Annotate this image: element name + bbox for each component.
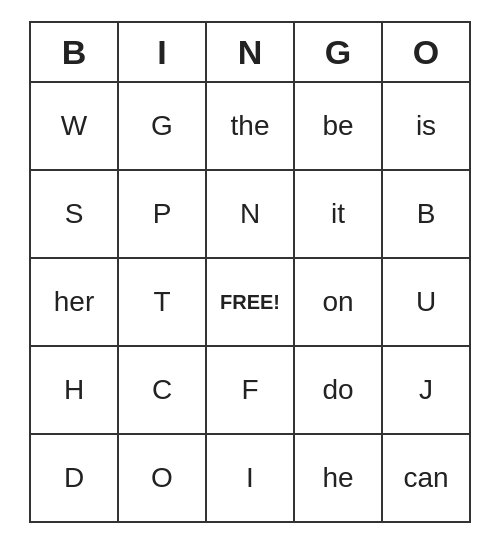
- bingo-cell-r0-c0: W: [31, 83, 119, 171]
- bingo-row-0: WGthebeis: [31, 83, 471, 171]
- bingo-cell-r2-c0: her: [31, 259, 119, 347]
- bingo-cell-r3-c0: H: [31, 347, 119, 435]
- bingo-card: BINGO WGthebeisSPNitBherTFREE!onUHCFdoJD…: [29, 21, 471, 523]
- header-cell-i: I: [119, 23, 207, 83]
- bingo-cell-r3-c2: F: [207, 347, 295, 435]
- bingo-cell-r0-c1: G: [119, 83, 207, 171]
- header-cell-o: O: [383, 23, 471, 83]
- bingo-cell-r4-c3: he: [295, 435, 383, 523]
- bingo-cell-r2-c1: T: [119, 259, 207, 347]
- bingo-cell-r4-c4: can: [383, 435, 471, 523]
- bingo-cell-r2-c2: FREE!: [207, 259, 295, 347]
- bingo-cell-r4-c0: D: [31, 435, 119, 523]
- bingo-cell-r2-c4: U: [383, 259, 471, 347]
- bingo-row-3: HCFdoJ: [31, 347, 471, 435]
- bingo-cell-r1-c1: P: [119, 171, 207, 259]
- bingo-row-4: DOIhecan: [31, 435, 471, 523]
- bingo-cell-r1-c4: B: [383, 171, 471, 259]
- bingo-cell-r0-c4: is: [383, 83, 471, 171]
- bingo-cell-r0-c2: the: [207, 83, 295, 171]
- bingo-row-1: SPNitB: [31, 171, 471, 259]
- bingo-cell-r3-c4: J: [383, 347, 471, 435]
- bingo-cell-r3-c1: C: [119, 347, 207, 435]
- header-row: BINGO: [31, 23, 471, 83]
- bingo-cell-r4-c2: I: [207, 435, 295, 523]
- header-cell-g: G: [295, 23, 383, 83]
- bingo-cell-r1-c0: S: [31, 171, 119, 259]
- header-cell-b: B: [31, 23, 119, 83]
- bingo-cell-r3-c3: do: [295, 347, 383, 435]
- bingo-row-2: herTFREE!onU: [31, 259, 471, 347]
- bingo-cell-r4-c1: O: [119, 435, 207, 523]
- bingo-cell-r2-c3: on: [295, 259, 383, 347]
- bingo-cell-r1-c2: N: [207, 171, 295, 259]
- bingo-cell-r0-c3: be: [295, 83, 383, 171]
- bingo-cell-r1-c3: it: [295, 171, 383, 259]
- header-cell-n: N: [207, 23, 295, 83]
